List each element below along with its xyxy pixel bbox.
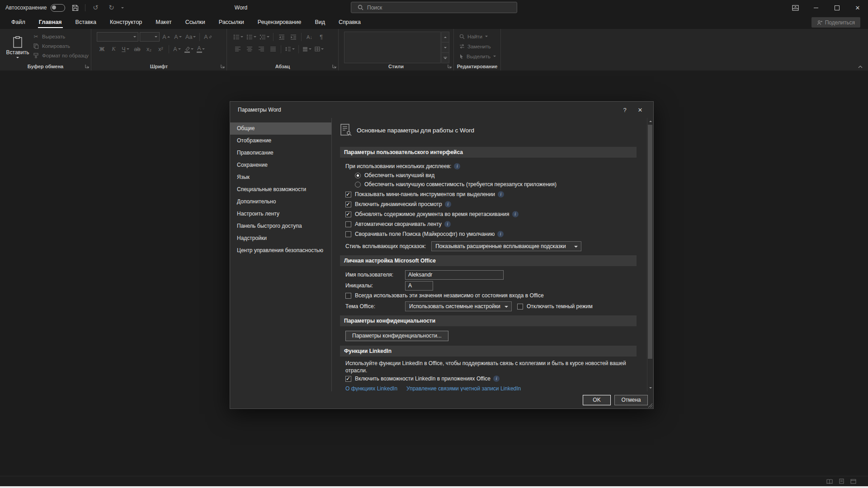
tab-references[interactable]: Ссылки [179, 15, 212, 29]
linkedin-about-link[interactable]: О функциях LinkedIn [345, 385, 397, 391]
tab-design[interactable]: Конструктор [103, 15, 149, 29]
line-spacing-button[interactable] [284, 44, 296, 54]
tab-view[interactable]: Вид [308, 15, 332, 29]
replace-button[interactable]: Заменить [459, 42, 491, 50]
undo-button[interactable]: ↺ [90, 2, 101, 14]
checkbox-disable-dark-mode[interactable] [517, 304, 523, 310]
align-center-button[interactable] [244, 44, 255, 54]
decrease-indent-button[interactable] [276, 32, 287, 42]
nav-item-trust-center[interactable]: Центр управления безопасностью [230, 244, 331, 257]
nav-item-advanced[interactable]: Дополнительно [230, 196, 331, 208]
nav-item-display[interactable]: Отображение [230, 135, 331, 147]
clipboard-dialog-launcher[interactable] [85, 64, 89, 68]
text-effects-button[interactable]: А [172, 44, 182, 54]
numbering-button[interactable] [245, 32, 257, 42]
close-button[interactable]: ✕ [847, 0, 868, 15]
paragraph-dialog-launcher[interactable] [332, 64, 336, 68]
nav-item-language[interactable]: Язык [230, 171, 331, 183]
show-marks-button[interactable]: ¶ [316, 32, 326, 42]
dialog-scrollbar[interactable] [647, 118, 653, 391]
checkbox-collapse-ribbon[interactable] [345, 221, 351, 227]
dialog-titlebar[interactable]: Параметры Word ? ✕ [230, 102, 653, 118]
subscript-button[interactable]: х₂ [144, 44, 154, 54]
cancel-button[interactable]: Отмена [614, 395, 648, 405]
nav-item-proofing[interactable]: Правописание [230, 147, 331, 159]
checkbox-update-while-drag[interactable] [345, 211, 351, 217]
tab-home[interactable]: Главная [32, 15, 69, 29]
ribbon-display-options-button[interactable] [785, 0, 806, 15]
nav-item-customize-ribbon[interactable]: Настроить ленту [230, 208, 331, 220]
office-theme-dropdown[interactable]: Использовать системные настройки [405, 301, 512, 311]
borders-button[interactable] [314, 44, 325, 54]
bold-button[interactable]: Ж [97, 44, 107, 54]
shading-button[interactable] [302, 44, 312, 54]
privacy-settings-button[interactable]: Параметры конфиденциальности... [345, 331, 448, 341]
info-icon[interactable]: i [497, 231, 504, 237]
info-icon[interactable]: i [512, 211, 519, 217]
tab-review[interactable]: Рецензирование [251, 15, 308, 29]
search-box[interactable]: Поиск [351, 2, 517, 13]
ok-button[interactable]: OK [583, 395, 611, 405]
maximize-button[interactable] [826, 0, 847, 15]
info-icon[interactable]: i [454, 163, 460, 169]
tab-insert[interactable]: Вставка [69, 15, 103, 29]
dialog-resize-grip[interactable] [647, 402, 653, 408]
multilevel-list-button[interactable] [259, 32, 270, 42]
copy-button[interactable]: Копировать [33, 42, 89, 50]
tab-mailings[interactable]: Рассылки [212, 15, 251, 29]
font-size-combo[interactable] [140, 32, 160, 42]
info-icon[interactable]: i [493, 375, 500, 382]
tab-file[interactable]: Файл [5, 15, 32, 29]
font-dialog-launcher[interactable] [221, 64, 225, 68]
print-layout-button[interactable] [839, 479, 844, 484]
dialog-help-button[interactable]: ? [617, 103, 632, 117]
quick-access-chevron-icon[interactable] [121, 7, 124, 9]
clear-formatting-button[interactable]: А [203, 32, 213, 42]
read-mode-button[interactable] [826, 479, 833, 484]
tab-help[interactable]: Справка [332, 15, 368, 29]
scroll-down-arrow[interactable] [647, 385, 653, 391]
gallery-up-button[interactable] [441, 32, 449, 42]
tab-layout[interactable]: Макет [149, 15, 178, 29]
checkbox-always-use-values[interactable] [345, 293, 351, 299]
minimize-button[interactable] [806, 0, 826, 15]
initials-field[interactable]: A [405, 281, 433, 291]
nav-item-addins[interactable]: Надстройки [230, 232, 331, 244]
align-right-button[interactable] [256, 44, 266, 54]
collapse-ribbon-button[interactable] [858, 66, 863, 68]
radio-best-appearance[interactable] [355, 173, 361, 178]
autosave-toggle[interactable] [51, 4, 65, 12]
nav-item-save[interactable]: Сохранение [230, 159, 331, 171]
styles-dialog-launcher[interactable] [448, 64, 452, 68]
sort-button[interactable]: А↓ [304, 32, 315, 42]
bullets-button[interactable] [232, 32, 244, 42]
info-icon[interactable]: i [445, 201, 451, 207]
save-button[interactable] [69, 2, 81, 14]
grow-font-button[interactable]: А [161, 32, 171, 42]
italic-button[interactable]: К [108, 44, 119, 54]
nav-item-accessibility[interactable]: Специальные возможности [230, 183, 331, 196]
linkedin-manage-link[interactable]: Управление связями учетной записи Linked… [406, 385, 521, 391]
redo-button[interactable]: ↻ [105, 2, 117, 14]
shrink-font-button[interactable]: А [173, 32, 183, 42]
align-left-button[interactable] [232, 44, 243, 54]
username-field[interactable]: Aleksandr [405, 270, 504, 280]
gallery-more-button[interactable] [441, 53, 449, 63]
strikethrough-button[interactable]: ab [132, 44, 142, 54]
dialog-close-button[interactable]: ✕ [632, 103, 648, 117]
superscript-button[interactable]: х² [156, 44, 166, 54]
checkbox-live-preview[interactable] [345, 202, 351, 207]
info-icon[interactable]: i [498, 191, 504, 197]
increase-indent-button[interactable] [288, 32, 298, 42]
checkbox-collapse-search[interactable] [345, 231, 351, 237]
justify-button[interactable] [268, 44, 278, 54]
underline-button[interactable]: Ч [120, 44, 131, 54]
find-button[interactable]: Найти [459, 33, 488, 40]
checkbox-enable-linkedin[interactable] [345, 376, 351, 382]
select-button[interactable]: Выделить [459, 52, 496, 60]
web-layout-button[interactable] [850, 479, 856, 484]
info-icon[interactable]: i [444, 221, 451, 227]
cut-button[interactable]: ✂ Вырезать [33, 33, 89, 40]
gallery-down-button[interactable] [441, 42, 449, 53]
tooltip-style-dropdown[interactable]: Показывать расширенные всплывающие подск… [431, 241, 581, 251]
